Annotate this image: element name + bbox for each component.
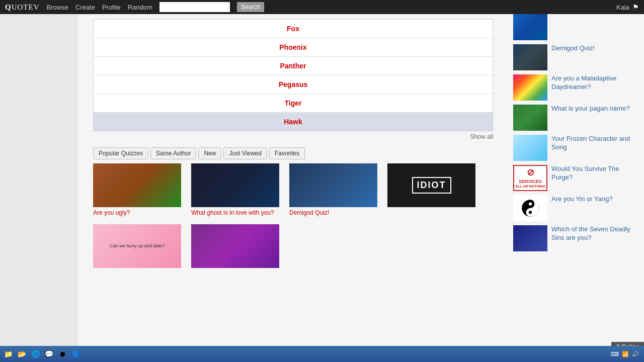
sidebar-thumb-2 [513,105,547,131]
right-sidebar: Demigod Quiz!Are you a Maladaptive Daydr… [508,14,644,362]
quiz-option-fox[interactable]: Fox [94,20,493,38]
sidebar-thumb-5 [513,195,547,221]
sidebar-title-4[interactable]: Would You Survive The Purge? [551,165,639,182]
quiz-thumb-caption-2[interactable]: Demigod Quiz! [289,209,382,216]
sidebar-item-3: Your Frozen Character and Song [513,135,639,161]
taskbar-system-tray: ⌨ 📶 🔊 [608,351,642,357]
sidebar-item-6: Which of the Seven Deadly Sins are you? [513,225,639,251]
quiz-option-panther[interactable]: Panther [94,57,493,75]
sidebar-title-5[interactable]: Are you Yin or Yang? [551,195,613,204]
svg-point-1 [529,203,532,206]
flag-icon: ⚑ [632,3,639,11]
sidebar-item-4: ⊘SERVICESALL OR NOTHINGWould You Survive… [513,165,639,191]
sidebar-thumb-img-top [513,14,547,40]
sidebar-title-1[interactable]: Are you a Maladaptive Daydreamer? [551,74,639,92]
quiz-thumb-img-3: IDIOT [387,163,475,207]
quiz-thumb-img-4: Can we hurry up and date? [93,224,181,268]
quiz-thumb-item-0: Are you ugly? [93,163,186,216]
nav-browse[interactable]: Browse [47,4,68,11]
sidebar-title-6[interactable]: Which of the Seven Deadly Sins are you? [551,225,639,242]
quiz-option-hawk[interactable]: Hawk [94,113,493,131]
sidebar-thumb-0 [513,44,547,70]
sidebar-thumb-img-1 [513,74,547,101]
tab-just-viewed[interactable]: Just Viewed [223,147,267,159]
sidebar-thumb-img-4: ⊘SERVICESALL OR NOTHING [513,165,547,191]
sidebar-item-top [513,14,639,40]
sidebar-thumb-3 [513,135,547,161]
center-panel: FoxPhoenixPantherPegasusTigerHawk Show a… [78,14,508,362]
username-label: Kaia [616,4,629,11]
sidebar-item-0: Demigod Quiz! [513,44,639,70]
quiz-thumb-item-4: Can we hurry up and date? [93,224,186,270]
search-button[interactable]: Search [237,2,264,12]
tab-same-author[interactable]: Same Author [150,147,196,159]
main-container: FoxPhoenixPantherPegasusTigerHawk Show a… [0,14,644,362]
quiz-thumb-img-2 [289,163,377,207]
nav-random[interactable]: Random [128,4,152,11]
user-area: Kaia ⚑ [616,3,639,11]
taskbar-record-icon[interactable]: ⏺ [56,348,68,360]
sidebar-thumb-1 [513,74,547,101]
quiz-thumb-caption-1[interactable]: What ghost is in love with you? [191,209,284,216]
quiz-thumb-item-5 [191,224,284,270]
sidebar-thumb-img-6 [513,225,547,251]
sidebar-thumb-top [513,14,547,40]
sidebar-title-3[interactable]: Your Frozen Character and Song [551,135,639,152]
sidebar-thumb-img-5 [513,195,547,221]
sidebar-item-2: What is your pagan name? [513,105,639,131]
taskbar-keyboard-icon: ⌨ [611,351,619,357]
quiz-options-list: FoxPhoenixPantherPegasusTigerHawk [93,19,493,131]
sidebar-title-2[interactable]: What is your pagan name? [551,105,629,113]
quiz-grid: Are you ugly?What ghost is in love with … [78,163,508,278]
taskbar-skype-icon[interactable]: 💬 [43,348,55,360]
sidebar-thumb-6 [513,225,547,251]
nav-profile[interactable]: Profile [102,4,121,11]
sidebar-items: Demigod Quiz!Are you a Maladaptive Daydr… [513,44,639,251]
left-panel [0,14,78,362]
quiz-option-tiger[interactable]: Tiger [94,94,493,113]
sidebar-item-1: Are you a Maladaptive Daydreamer? [513,74,639,101]
quiz-option-pegasus[interactable]: Pegasus [94,75,493,94]
taskbar-volume-icon: 🔊 [632,351,639,357]
sidebar-thumb-img-0 [513,44,547,70]
taskbar: 📁 📂 🌐 💬 ⏺ 🔵 ⌨ 📶 🔊 [0,346,644,362]
taskbar-ie-icon[interactable]: 🌐 [29,348,41,360]
nav-create[interactable]: Create [75,4,95,11]
quiz-thumb-item-3: IDIOT [387,163,480,216]
tab-popular-quizzes[interactable]: Popular Quizzes [93,147,148,159]
quiz-thumb-img-5 [191,224,279,268]
search-input[interactable] [159,2,230,12]
taskbar-folder-icon[interactable]: 📁 [2,348,14,360]
show-all[interactable]: Show all [78,131,508,142]
taskbar-files-icon[interactable]: 📂 [16,348,28,360]
taskbar-chrome-icon[interactable]: 🔵 [70,348,82,360]
sidebar-item-5: Are you Yin or Yang? [513,195,639,221]
quiz-thumb-caption-0[interactable]: Are you ugly? [93,209,186,216]
site-logo: QUOTEV [5,3,40,12]
sidebar-thumb-img-3 [513,135,547,161]
quiz-thumb-img-1 [191,163,279,207]
quiz-thumb-item-1: What ghost is in love with you? [191,163,284,216]
tab-new[interactable]: New [198,147,221,159]
sidebar-thumb-img-2 [513,105,547,131]
quiz-thumb-item-2: Demigod Quiz! [289,163,382,216]
svg-point-2 [529,211,532,214]
quiz-thumb-img-0 [93,163,181,207]
quiz-option-phoenix[interactable]: Phoenix [94,38,493,57]
top-navigation: QUOTEV Browse Create Profile Random Sear… [0,0,644,14]
sidebar-title-0[interactable]: Demigod Quiz! [551,44,595,53]
related-tabs: Popular QuizzesSame AuthorNewJust Viewed… [78,142,508,163]
tab-favorites[interactable]: Favorites [269,147,305,159]
taskbar-network-icon: 📶 [622,351,629,357]
sidebar-thumb-4: ⊘SERVICESALL OR NOTHING [513,165,547,191]
